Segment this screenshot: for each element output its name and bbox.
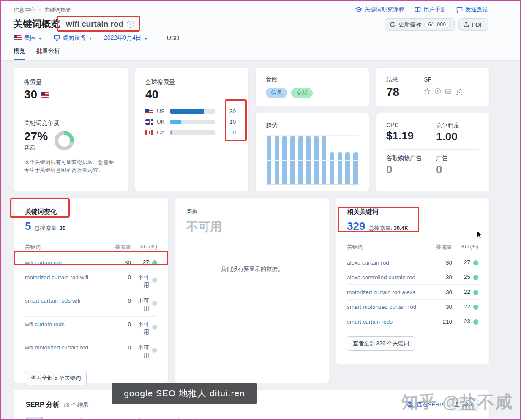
divider (24, 110, 118, 110)
tab-bulk-analysis[interactable]: 批量分析 (36, 47, 60, 60)
breadcrumb-current: 关键词概览 (44, 6, 71, 14)
us-flag-icon (14, 35, 22, 41)
serp-results-count: 78 个结果 (63, 401, 89, 409)
video-play-icon (434, 88, 441, 95)
trend-bar (322, 136, 326, 184)
top-header: 信息中心 › 关键词概览 关键词研究课程 用户手册 发送反馈 关键词概览 wif… (1, 1, 520, 61)
table-row[interactable]: alexa controlled curtain rod 30 25 (347, 270, 478, 285)
feedback-bubble-icon (456, 7, 463, 13)
keyword-input[interactable]: wifi curtain rod + (66, 19, 134, 29)
intent-badge-transactional[interactable]: 交易 (291, 88, 313, 98)
view-all-related-button[interactable]: 查看全部 329 个关键词 (347, 336, 415, 351)
table-row[interactable]: smart curtain rods 210 23 (347, 314, 478, 329)
serp-feature-tab[interactable] (26, 417, 43, 420)
intent-card: 意图 信息 交易 (255, 67, 369, 106)
keyword-link[interactable]: wifi curtain rods (25, 321, 109, 327)
date-selector[interactable]: 2022年9月4日 (104, 34, 147, 42)
table-header: 关键词 搜索量 KD (%) (25, 244, 157, 255)
cpc-card: CPC $1.19 竞争程度 1.00 谷歌购物广告 0 广告 0 (376, 113, 490, 191)
table-row[interactable]: motorized curtain rod wifi 0 不可用 (25, 270, 157, 293)
trend-bar (298, 136, 303, 184)
keyword-link[interactable]: alexa controlled curtain rod (347, 274, 430, 281)
serp-feature-tab[interactable] (178, 417, 198, 420)
serp-feature-tab[interactable] (62, 417, 82, 420)
serp-feature-tab[interactable] (159, 417, 179, 420)
kd-dot (152, 260, 157, 265)
table-row[interactable]: wifi motorized curtain rod 0 不可用 (25, 340, 157, 363)
chevron-down-icon (144, 38, 147, 40)
serp-feature-tab[interactable] (101, 417, 120, 420)
currency-label: USD (167, 35, 180, 41)
device-selector[interactable]: 桌面设备 (54, 34, 92, 42)
kd-dot (473, 290, 478, 295)
keyword-link[interactable]: motorized curtain rod wifi (25, 274, 109, 281)
kd-dot (473, 319, 478, 325)
sf-more-link[interactable]: +3 (456, 88, 462, 95)
results-label: 结果 (386, 76, 399, 84)
difficulty-level: 容易 (24, 144, 48, 152)
send-feedback-link[interactable]: 发送反馈 (456, 6, 488, 14)
breadcrumb-home[interactable]: 信息中心 (14, 6, 35, 14)
user-manual-link[interactable]: 用户手册 (415, 6, 446, 14)
results-card: 结果 78 SF +3 (376, 67, 490, 106)
variations-title: 关键词变化 (25, 208, 157, 216)
trend-bar (353, 152, 358, 184)
add-keyword-icon[interactable]: + (127, 21, 134, 28)
keyword-link[interactable]: motorized curtain rod alexa (347, 289, 430, 295)
table-row[interactable]: smart curtain rods wifi 0 不可用 (25, 293, 157, 316)
serp-feature-tab[interactable] (120, 417, 140, 420)
view-all-variations-button[interactable]: 查看全部 5 个关键词 (25, 371, 87, 385)
keyword-course-link[interactable]: 关键词研究课程 (355, 6, 405, 14)
intent-label: 意图 (266, 76, 359, 84)
difficulty-donut (55, 131, 74, 150)
trend-chart (266, 135, 359, 185)
table-row[interactable]: wifi curtain rods 0 不可用 (25, 317, 157, 340)
serp-feature-tab[interactable] (139, 417, 159, 420)
trend-bar (267, 136, 271, 184)
keyword-link[interactable]: alexa curtain rod (347, 259, 430, 266)
ads-value: 0 (436, 163, 448, 176)
page-title: 关键词概览 (14, 18, 60, 30)
global-volume-label: 全球搜索量 (145, 79, 238, 86)
country-selector[interactable]: 美国 (14, 34, 42, 42)
chevron-down-icon (38, 38, 42, 40)
serp-feature-tabs (26, 417, 198, 420)
serp-title: SERP 分析 (26, 401, 60, 409)
kd-dot (152, 278, 157, 283)
tab-overview[interactable]: 概览 (14, 47, 25, 60)
table-row[interactable]: motorized curtain rod alexa 30 22 (347, 285, 478, 300)
trend-label: 趋势 (266, 122, 359, 129)
variations-count[interactable]: 5 (25, 220, 31, 233)
keyword-link[interactable]: wifi motorized curtain rod (25, 344, 109, 351)
volume-bar (170, 109, 215, 114)
global-volume-value: 40 (145, 88, 238, 101)
table-header: 关键词 搜索量 KD (%) (347, 244, 478, 255)
keyword-link[interactable]: smart curtain rods (347, 318, 430, 325)
keyword-link[interactable]: smart curtain rods wifi (25, 297, 109, 304)
intent-badge-informational[interactable]: 信息 (266, 88, 287, 98)
trend-bar (282, 136, 287, 184)
watermark-zhihu: 知乎 @盐不咸 (401, 390, 513, 414)
trend-bar (314, 136, 319, 184)
pdf-export-button[interactable]: PDF (458, 18, 488, 31)
serp-feature-tab[interactable] (81, 417, 101, 420)
related-count[interactable]: 329 (347, 220, 365, 233)
serp-feature-tab[interactable] (42, 417, 62, 420)
trend-bar (306, 136, 311, 184)
desktop-icon (54, 35, 60, 41)
table-row[interactable]: alexa curtain rod 30 27 (347, 255, 478, 270)
trend-bar (275, 136, 279, 184)
keyword-link[interactable]: wifi curtain rod (25, 259, 109, 266)
breadcrumb: 信息中心 › 关键词概览 (14, 6, 71, 14)
table-row[interactable]: smart motorized curtain rod 30 22 (347, 300, 478, 314)
kd-dot (473, 305, 478, 310)
table-row[interactable]: wifi curtain rod 30 27 (25, 255, 157, 270)
keyword-link[interactable]: smart motorized curtain rod (347, 303, 430, 310)
star-icon (424, 88, 431, 95)
difficulty-label: 关键词竞争度 (24, 120, 118, 127)
update-metrics-button[interactable]: 更新指标 6/1,000 (385, 18, 455, 31)
questions-card: 问题 不可用 我们没有要显示的数据。 (175, 197, 329, 383)
volume-bar (170, 120, 215, 124)
competition-value: 1.00 (436, 130, 460, 143)
export-arrow-icon (464, 22, 469, 27)
